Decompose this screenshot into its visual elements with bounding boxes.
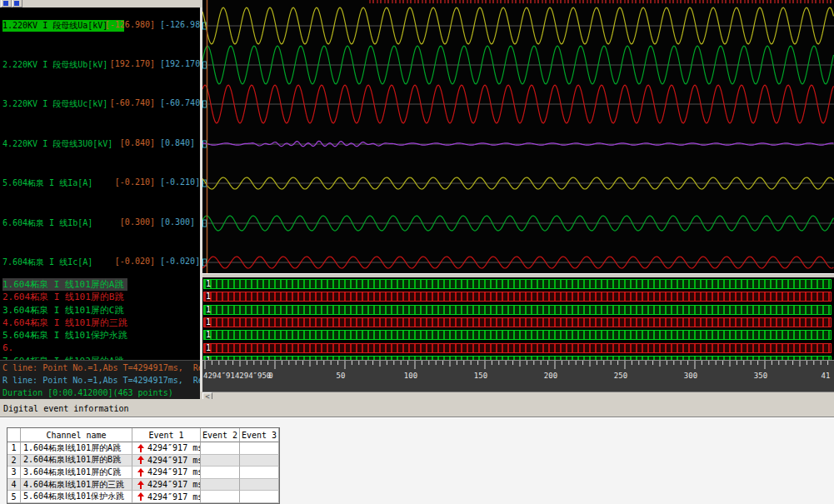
digital-channel-name: 4.604柘泉 I 线101屏的三跳 — [2, 317, 127, 329]
row-number-cell: 2 — [7, 455, 21, 467]
table-header-cell: Event 1 — [132, 428, 201, 442]
axis-tick-label: 100 — [392, 372, 429, 380]
analog-channel-name: 4.220KV I 段母线3U0[kV] — [2, 138, 112, 150]
channel-value-primary: [-0.020] — [98, 257, 155, 266]
blue-glyph-icon — [3, 1, 8, 6]
row-number-cell: 1 — [7, 442, 21, 455]
event-time: 4294″917 ms — [147, 492, 201, 502]
toolbar-button-2[interactable] — [12, 0, 22, 7]
channel-name-cell: 4.604柘泉Ⅰ线101屏的三跳 — [21, 479, 132, 492]
rising-edge-icon — [137, 468, 144, 477]
digital-trace-bar: 1 — [203, 343, 832, 353]
waveform-analysis-app: 1.220KV I 段母线Ua[kV][-126.980][-126.980]2… — [0, 0, 834, 504]
arrow-stem — [140, 496, 142, 501]
channel-value-secondary: [-0.210] — [160, 177, 200, 187]
duration-status: Duration [0:00.412000](463 points) — [2, 388, 173, 399]
analog-waveform-panel — [202, 0, 834, 273]
table-header-cell: Channel name — [21, 428, 132, 442]
table-row: 33.604柘泉Ⅰ线101屏的C跳4294″917 ms — [7, 467, 279, 479]
digital-trace-bar: 1 — [203, 279, 832, 289]
axis-tick-label: 350 — [742, 372, 779, 380]
event3-cell — [240, 442, 279, 455]
row-number-cell: 4 — [7, 479, 21, 492]
event-time: 4294″917 ms — [147, 456, 201, 465]
channel-value-primary: [0.300] — [98, 217, 155, 227]
digital-channel-name: 5.604柘泉 I 线101保护永跳 — [2, 329, 127, 342]
table-row: 11.604柘泉Ⅰ线101屏的A跳4294″917 ms — [7, 442, 279, 455]
channel-value-primary: [-126.980] — [98, 20, 155, 29]
digital-state-label: 1 — [206, 305, 211, 315]
digital-trace-bar: 1 — [203, 330, 832, 340]
analog-channel-row[interactable]: 1.220KV I 段母线Ua[kV][-126.980][-126.980] — [0, 20, 200, 31]
analog-channel-row[interactable]: 2.220KV I 段母线Ub[kV][192.170][192.170] — [0, 59, 200, 70]
analog-channel-row[interactable]: 7.604柘泉 I 线Ic[A][-0.020][-0.020] — [0, 257, 200, 267]
digital-channel-row[interactable]: 5.604柘泉 I 线101保护永跳 — [0, 329, 200, 341]
rising-edge-icon — [137, 492, 144, 501]
arrow-stem — [140, 459, 142, 464]
event1-cell: 4294″917 ms — [132, 455, 201, 467]
digital-channel-row[interactable]: 6. — [0, 342, 200, 354]
digital-state-label: 1 — [206, 292, 211, 302]
table-header-cell: Event 2 — [201, 428, 240, 442]
channel-value-secondary: [-0.020] — [160, 257, 200, 266]
channel-value-primary: [192.170] — [98, 59, 155, 68]
time-axis-ticks — [202, 361, 834, 371]
digital-trace-bar: 1 — [203, 317, 832, 327]
channel-value-secondary: [192.170] — [160, 59, 200, 68]
channel-value-secondary: [0.840] — [160, 138, 195, 147]
analog-channel-row[interactable]: 5.604柘泉 I 线Ia[A][-0.210][-0.210] — [0, 177, 200, 188]
analog-waveform-canvas — [202, 0, 834, 273]
event2-cell — [201, 442, 240, 455]
channel-name-cell: 2.604柘泉Ⅰ线101屏的B跳 — [21, 455, 132, 467]
axis-tick-label: 41 — [807, 372, 834, 380]
digital-channel-row[interactable]: 4.604柘泉 I 线101屏的三跳 — [0, 317, 200, 328]
rising-edge-icon — [137, 456, 144, 464]
digital-channel-row[interactable]: 1.604柘泉 I 线101屏的A跳 — [0, 278, 200, 290]
digital-channel-row[interactable]: 2.604柘泉 I 线101屏的B跳 — [0, 291, 200, 302]
event1-cell: 4294″917 ms — [132, 442, 201, 455]
table-header-row: Channel nameEvent 1Event 2Event 3 — [7, 428, 279, 442]
channel-value-primary: [-60.740] — [98, 98, 155, 107]
event-time: 4294″917 ms — [147, 443, 201, 452]
axis-tick-label: 250 — [602, 372, 639, 380]
toolbar-button-1[interactable] — [1, 0, 12, 7]
toolbar — [0, 0, 202, 7]
event1-cell: 4294″917 ms — [132, 491, 201, 503]
r-line-status: R line: Point No.=1,Abs T=4294917ms, Rel… — [2, 376, 200, 387]
digital-event-table: Channel nameEvent 1Event 2Event 311.604柘… — [7, 427, 280, 504]
event1-cell: 4294″917 ms — [132, 467, 201, 479]
rising-edge-icon — [137, 444, 144, 452]
digital-channel-row[interactable]: 3.604柘泉 I 线101屏的C跳 — [0, 304, 200, 316]
digital-state-label: 1 — [206, 343, 211, 353]
report-title: Digital event information — [3, 404, 129, 413]
analog-channel-name: 7.604柘泉 I 线Ic[A] — [2, 257, 92, 268]
analog-channel-row[interactable]: 3.220KV I 段母线Uc[kV][-60.740][-60.740] — [0, 98, 200, 109]
channel-name-cell: 3.604柘泉Ⅰ线101屏的C跳 — [21, 467, 132, 479]
digital-channel-name: 6. — [2, 342, 13, 353]
channel-value-secondary: [0.300] — [160, 217, 195, 227]
digital-state-label: 1 — [206, 330, 211, 340]
time-axis: 4294″914294″950 05010015020025030035041 — [202, 360, 834, 392]
row-number-cell: 5 — [7, 491, 21, 503]
event-time: 4294″917 ms — [147, 467, 201, 477]
digital-state-label: 1 — [206, 317, 211, 327]
analog-channel-name: 5.604柘泉 I 线Ia[A] — [2, 177, 92, 189]
arrow-stem — [140, 484, 142, 489]
table-row: 22.604柘泉Ⅰ线101屏的B跳4294″917 ms — [7, 455, 279, 467]
analog-channel-row[interactable]: 6.604柘泉 I 线Ib[A][0.300][0.300] — [0, 217, 200, 228]
analog-channel-name: 2.220KV I 段母线Ub[kV] — [2, 59, 107, 71]
axis-tick-label: 50 — [322, 372, 359, 380]
axis-tick-label: 150 — [462, 372, 499, 380]
digital-trace-bar: 1 — [203, 292, 832, 302]
event2-cell — [201, 479, 240, 492]
axis-tick-label: 0 — [252, 372, 289, 380]
channel-value-secondary: [-60.740] — [160, 98, 200, 107]
digital-channel-name: 3.604柘泉 I 线101屏的C跳 — [2, 304, 123, 317]
table-header-cell — [7, 428, 21, 442]
clipped-window-title-text — [369, 0, 834, 3]
digital-state-label: 1 — [206, 279, 211, 289]
event2-cell — [201, 455, 240, 467]
event3-cell — [240, 491, 279, 503]
event3-cell — [240, 467, 279, 479]
analog-channel-row[interactable]: 4.220KV I 段母线3U0[kV][0.840][0.840] — [0, 138, 200, 149]
